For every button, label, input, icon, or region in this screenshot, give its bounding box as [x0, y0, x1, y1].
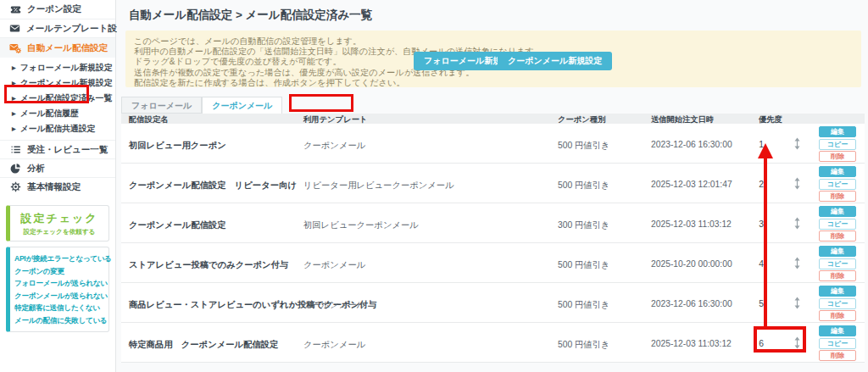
delete-button[interactable]: 削除 — [819, 151, 856, 162]
issue-link-coupon-mail-not-sent[interactable]: クーポンメールが送られない — [14, 290, 108, 303]
issue-links-panel: APIが接続エラーとなっている クーポンの変更 フォローメールが送られない クー… — [6, 247, 109, 332]
copy-button[interactable]: コピー — [819, 219, 856, 230]
sidebar-item-mail-delivery-common-settings[interactable]: ▶ メール配信共通設定 — [0, 121, 115, 136]
sidebar-item-mail-delivery-settings-list[interactable]: ▶ メール配信設定済み一覧 — [0, 91, 115, 106]
sidebar-label: メール配信履歴 — [20, 108, 79, 119]
main-content: 自動メール配信設定 > メール配信設定済み一覧 このページでは、メールの自動配信… — [117, 0, 868, 372]
sidebar-label: 基本情報設定 — [27, 181, 81, 193]
edit-button[interactable]: 編集 — [819, 325, 856, 336]
caret-right-icon: ▶ — [12, 126, 16, 131]
tab-bar: フォローメール クーポンメール — [121, 97, 282, 114]
tab-coupon-mail[interactable]: クーポンメール — [202, 97, 282, 114]
sidebar-item-analytics[interactable]: 分析 — [0, 158, 115, 177]
delivery-setting-name: 初回レビュー用クーポン — [129, 140, 226, 152]
template-name: クーポンメール — [303, 259, 365, 271]
gear-icon — [9, 181, 21, 192]
sidebar-item-order-review-list[interactable]: 受注・レビュー一覧 — [0, 140, 115, 158]
priority-value: 6 — [755, 339, 767, 348]
table-row: ストアレビュー投稿でのみクーポン付与 クーポンメール 500 円値引き 2025… — [121, 243, 865, 283]
issue-link-api-error[interactable]: APIが接続エラーとなっている — [14, 253, 108, 265]
sidebar-label: 自動メール配信設定 — [27, 42, 108, 54]
copy-button[interactable]: コピー — [819, 298, 856, 309]
envelope-icon — [9, 23, 20, 34]
table-row: クーポンメール配信設定 リピーター向け リピーター用レビュークーポンメール 50… — [121, 164, 865, 203]
sidebar-item-auto-mail-settings[interactable]: 自動メール配信設定 — [0, 37, 115, 58]
sidebar-item-mail-delivery-history[interactable]: ▶ メール配信履歴 — [0, 106, 115, 121]
sidebar-item-basic-info-settings[interactable]: 基本情報設定 — [0, 177, 115, 196]
coupon-type: 500 円値引き — [558, 259, 609, 271]
table-row: クーポンメール配信設定 初回レビュークーポンメール 300 円値引き 2025-… — [121, 203, 865, 243]
edit-button[interactable]: 編集 — [819, 286, 856, 297]
delete-button[interactable]: 削除 — [819, 191, 856, 202]
issue-link-exclude-customers[interactable]: 特定顧客に送信したくない — [14, 302, 108, 314]
copy-button[interactable]: コピー — [819, 338, 856, 349]
annotation-arrow-line — [764, 158, 767, 326]
drag-priority-handle[interactable] — [793, 297, 801, 311]
sidebar-item-coupon-settings[interactable]: クーポン設定 — [0, 0, 115, 19]
delivery-setting-name: 特定商品用 クーポンメール配信設定 — [129, 339, 278, 351]
template-name: クーポンメール — [303, 140, 365, 152]
tab-follow-mail[interactable]: フォローメール — [121, 97, 202, 114]
settings-check-button[interactable]: 設定チェック 設定チェックを依頼する — [6, 205, 109, 242]
sidebar-label: 分析 — [27, 163, 45, 175]
start-datetime: 2023-12-06 16:30:00 — [651, 140, 732, 149]
breadcrumb: 自動メール配信設定 > メール配信設定済み一覧 — [129, 8, 372, 23]
drag-priority-handle[interactable] — [793, 177, 801, 192]
caret-right-icon: ▶ — [12, 65, 16, 70]
issue-link-coupon-change[interactable]: クーポンの変更 — [14, 265, 108, 278]
sidebar: クーポン設定 メールテンプレート設定 自動メール配信設定 ▶ フォローメール新規… — [0, 0, 116, 372]
sidebar-label: メールテンプレート設定 — [26, 23, 125, 35]
caret-right-icon: ▶ — [12, 81, 16, 86]
pie-chart-icon — [9, 163, 21, 174]
delete-button[interactable]: 削除 — [819, 310, 856, 321]
copy-button[interactable]: コピー — [819, 139, 856, 150]
delete-button[interactable]: 削除 — [819, 230, 856, 242]
sidebar-subgroup: ▶ フォローメール新規設定 ▶ クーポンメール新規設定 ▶ メール配信設定済み一… — [0, 58, 115, 140]
copy-button[interactable]: コピー — [819, 258, 856, 269]
template-name: クーポンメール — [303, 299, 365, 311]
table-row: 初回レビュー用クーポン クーポンメール 500 円値引き 2023-12-06 … — [121, 124, 865, 164]
delivery-setting-name: クーポンメール配信設定 リピーター向け — [129, 180, 297, 192]
coupon-mail-new-button[interactable]: クーポンメール新規設定 — [498, 52, 612, 70]
table-row: 商品レビュー・ストアレビューのいずれか投稿でクーポン付与 クーポンメール 500… — [121, 283, 865, 323]
copy-button[interactable]: コピー — [819, 179, 856, 190]
template-name: 初回レビュークーポンメール — [303, 219, 419, 231]
notice-panel: このページでは、メールの自動配信の設定管理をします。 利用中の自動メール配信設定… — [125, 31, 861, 87]
edit-button[interactable]: 編集 — [819, 166, 856, 177]
edit-button[interactable]: 編集 — [819, 126, 856, 137]
start-datetime: 2025-10-20 00:00:00 — [651, 259, 732, 269]
drag-priority-handle[interactable] — [793, 336, 801, 351]
delete-button[interactable]: 削除 — [819, 270, 856, 281]
sidebar-item-mail-template-settings[interactable]: メールテンプレート設定 — [0, 19, 115, 37]
coupon-type: 500 円値引き — [558, 180, 609, 192]
drag-priority-handle[interactable] — [793, 217, 801, 231]
drag-priority-handle[interactable] — [793, 257, 801, 271]
drag-priority-handle[interactable] — [793, 137, 801, 152]
coupon-type: 500 円値引き — [558, 339, 609, 351]
caret-right-icon: ▶ — [12, 111, 16, 116]
sidebar-item-follow-mail-new[interactable]: ▶ フォローメール新規設定 — [0, 60, 115, 75]
coupon-ticket-icon — [9, 4, 21, 15]
caret-right-icon: ▶ — [12, 96, 16, 101]
coupon-type: 300 円値引き — [558, 219, 609, 231]
issue-link-delivery-failed[interactable]: メールの配信に失敗している — [14, 314, 108, 327]
annotation-arrow-head-icon — [758, 143, 773, 158]
sidebar-label: クーポン設定 — [27, 3, 81, 15]
coupon-type: 500 円値引き — [558, 299, 609, 311]
sidebar-label: メール配信共通設定 — [20, 124, 96, 135]
delete-button[interactable]: 削除 — [819, 350, 856, 361]
edit-button[interactable]: 編集 — [819, 206, 856, 217]
sidebar-item-coupon-mail-new[interactable]: ▶ クーポンメール新規設定 — [0, 75, 115, 91]
sidebar-label: 受注・レビュー一覧 — [27, 144, 108, 156]
list-icon — [9, 144, 21, 155]
auto-mail-gear-icon — [9, 42, 21, 53]
table-header: 配信設定名 利用テンプレート クーポン種別 送信開始注文日時 優先度 — [121, 114, 865, 124]
template-name: リピーター用レビュークーポンメール — [303, 180, 454, 192]
template-name: クーポンメール — [303, 339, 365, 351]
issue-link-follow-mail-not-sent[interactable]: フォローメールが送られない — [14, 277, 108, 290]
notice-line: 配信設定を新たに作成する場合は、作成ボタンを押下してください。 — [134, 78, 853, 88]
edit-button[interactable]: 編集 — [819, 246, 856, 257]
table-row: 特定商品用 クーポンメール配信設定 クーポンメール 500 円値引き 2025-… — [121, 323, 865, 363]
settings-check-title: 設定チェック — [11, 211, 108, 226]
settings-check-subtitle: 設定チェックを依頼する — [11, 228, 108, 236]
